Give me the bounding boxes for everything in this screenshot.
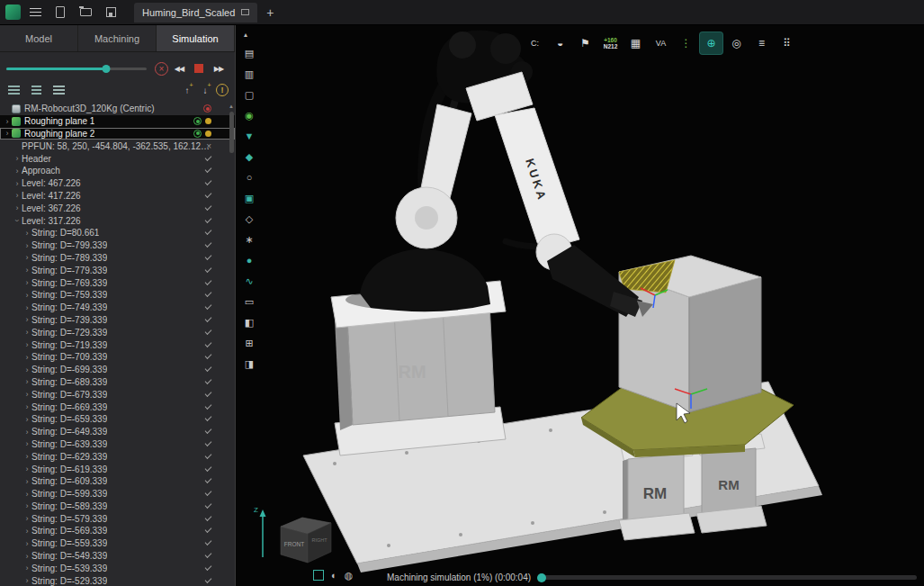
expand-icon[interactable]: › — [22, 328, 31, 337]
tree-item[interactable]: › String: D=-739.339 — [0, 314, 235, 327]
expand-icon[interactable]: › — [22, 464, 31, 473]
tree-item[interactable]: › String: D=-769.339 — [0, 276, 235, 289]
robot-arm[interactable]: KUKA — [345, 31, 653, 317]
expand-icon[interactable]: › — [22, 452, 31, 461]
expand-icon[interactable]: › — [22, 527, 31, 536]
user-icon[interactable]: ○ — [240, 169, 258, 185]
expand-icon[interactable]: › — [22, 253, 31, 262]
progress-thumb[interactable] — [537, 573, 546, 582]
simulation-slider[interactable] — [6, 62, 147, 75]
expand-icon[interactable]: › — [13, 191, 22, 200]
tree-item[interactable]: › String: D=-659.339 — [0, 413, 235, 426]
numbered-list-icon[interactable] — [51, 84, 66, 96]
nav-cube[interactable]: Z FRONT RIGHT — [248, 500, 338, 568]
expand-icon[interactable]: › — [22, 266, 31, 275]
operator-icon[interactable]: ◉ — [240, 107, 258, 123]
simulation-progress-bar[interactable] — [538, 575, 917, 580]
open-file-button[interactable] — [75, 2, 96, 23]
expand-icon[interactable]: › — [22, 514, 31, 523]
plotter-icon[interactable]: ▥ — [240, 66, 258, 82]
expand-icon[interactable]: › — [22, 477, 31, 486]
tree-item[interactable]: › Level: 367.226 — [0, 202, 235, 214]
magnet-icon[interactable]: ◒ — [549, 32, 571, 54]
3d-viewport[interactable]: RM RM RM — [236, 25, 924, 586]
tree-item[interactable]: › Approach — [0, 165, 235, 177]
toolpath-compact-icon[interactable] — [29, 84, 43, 96]
save-button[interactable] — [100, 2, 121, 23]
tree-item[interactable]: › Roughing plane 2 — [0, 128, 235, 140]
document-tab[interactable]: Huming_Bird_Scaled — [134, 3, 257, 23]
expand-icon[interactable]: › — [22, 576, 31, 585]
expand-icon[interactable]: › — [22, 428, 31, 437]
tree-item[interactable]: › String: D=-529.339 — [0, 574, 235, 586]
expand-icon[interactable]: › — [22, 552, 31, 561]
tree-item[interactable]: › String: D=-559.339 — [0, 537, 235, 550]
expand-icon[interactable]: › — [22, 278, 31, 287]
collision-check-icon[interactable]: ◎ — [725, 32, 748, 54]
rewind-button[interactable]: ◀◀ — [169, 60, 189, 77]
expand-icon[interactable]: › — [3, 129, 12, 138]
grid-globe-icon[interactable]: ⊞ — [240, 335, 258, 351]
tree-item[interactable]: › String: D=-759.339 — [0, 289, 235, 302]
tab-model[interactable]: Model — [0, 25, 78, 51]
tree-item[interactable]: › String: D=-789.339 — [0, 252, 235, 265]
tree-item[interactable]: › Level: 417.226 — [0, 190, 235, 203]
apps-grid-icon[interactable]: ⠿ — [776, 32, 798, 54]
tree-item[interactable]: › String: D=-669.339 — [0, 401, 235, 413]
expand-icon[interactable]: › — [22, 365, 31, 374]
tree-item[interactable]: › String: D=-649.339 — [0, 426, 235, 438]
tree-item[interactable]: › Header — [0, 152, 235, 165]
tree-item[interactable]: › String: D=-679.339 — [0, 388, 235, 401]
expand-icon[interactable]: › — [13, 154, 22, 163]
workpiece-block[interactable] — [619, 256, 761, 412]
spline-curve-icon[interactable]: ∿ — [240, 273, 258, 289]
expand-icon[interactable]: › — [13, 179, 22, 188]
stop-button[interactable] — [189, 60, 209, 77]
expand-icon[interactable]: › — [22, 439, 31, 448]
expand-icon[interactable]: › — [22, 303, 31, 312]
tree-scrollbar[interactable]: ▲ — [228, 103, 235, 584]
tree-item[interactable]: › RM-Robocut3D_120Kg (Centric) — [0, 103, 235, 115]
expand-icon[interactable]: › — [22, 501, 31, 510]
tree-item[interactable]: › String: D=80.661 — [0, 227, 235, 239]
traffic-light-icon[interactable]: ⋮ — [675, 32, 697, 54]
expand-icon[interactable]: › — [22, 490, 31, 499]
main-menu-button[interactable] — [24, 2, 46, 23]
tree-item[interactable]: › String: D=-699.339 — [0, 364, 235, 376]
sim-options-icon[interactable]: ≡ — [750, 32, 773, 54]
expand-icon[interactable]: › — [22, 340, 31, 349]
slider-thumb[interactable] — [102, 65, 110, 73]
insert-above-button[interactable]: ↑+ — [180, 83, 198, 97]
tab-machining[interactable]: Machining — [78, 25, 157, 51]
tree-item[interactable]: › Level: 467.226 — [0, 177, 235, 190]
tree-item[interactable]: › String: D=-639.339 — [0, 438, 235, 451]
new-tab-button[interactable]: + — [266, 5, 274, 20]
expand-icon[interactable]: › — [22, 415, 31, 424]
comment-icon[interactable]: ▭ — [240, 293, 258, 310]
stop-simulation-button[interactable]: × — [155, 62, 168, 76]
selection-frame-icon[interactable] — [313, 570, 324, 581]
rendered-view-icon[interactable]: ◍ — [345, 570, 354, 581]
collapse-panel-icon[interactable]: ▴ — [244, 31, 247, 39]
camera-icon[interactable]: ◧ — [240, 314, 258, 330]
expand-icon[interactable]: › — [22, 390, 31, 399]
printer-icon[interactable]: ▤ — [240, 45, 258, 61]
expand-icon[interactable]: › — [13, 216, 22, 225]
flag-icon[interactable]: ⚑ — [574, 32, 597, 54]
tree-item[interactable]: › String: D=-629.339 — [0, 450, 235, 463]
expand-icon[interactable]: › — [22, 315, 31, 324]
frame-icon[interactable]: ▢ — [240, 86, 258, 103]
tree-item[interactable]: › Roughing plane 1 — [0, 115, 235, 128]
expand-icon[interactable]: › — [13, 167, 22, 176]
filter-funnel-icon[interactable]: ▼ — [240, 128, 258, 144]
tool-holder-icon[interactable]: ◆ — [240, 149, 258, 165]
expand-icon[interactable]: › — [22, 402, 31, 411]
expand-icon[interactable]: › — [22, 539, 31, 548]
expand-icon[interactable]: › — [22, 377, 31, 386]
measure-probe-icon[interactable]: ⊕ — [700, 32, 722, 54]
expand-icon[interactable]: › — [22, 291, 31, 300]
tree-item[interactable]: › String: D=-589.339 — [0, 500, 235, 513]
expand-icon[interactable]: › — [22, 241, 31, 250]
select-body-icon[interactable]: ▣ — [240, 190, 258, 206]
machining-scene[interactable]: RM RM RM — [236, 25, 923, 586]
